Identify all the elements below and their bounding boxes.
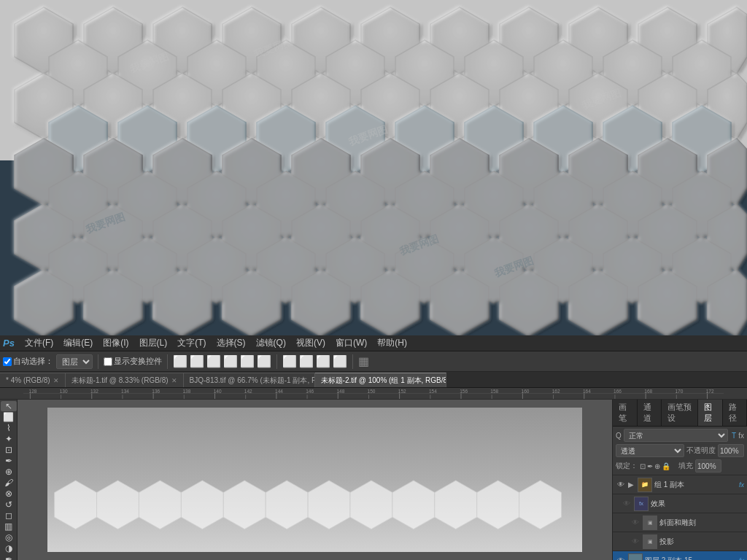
svg-marker-162 [476, 481, 519, 529]
canvas-background [47, 408, 583, 552]
svg-text:168: 168 [644, 389, 652, 394]
tool-pen[interactable]: ✒ [1, 554, 17, 560]
layer-eye-bevel[interactable]: 👁 [630, 518, 640, 528]
panel-tab-paths[interactable]: 路径 [723, 400, 748, 426]
svg-marker-161 [435, 481, 477, 529]
svg-text:144: 144 [275, 389, 283, 394]
fill-input[interactable] [695, 459, 721, 472]
svg-text:148: 148 [336, 389, 344, 394]
lock-paint-icon[interactable]: ✒ [647, 462, 653, 470]
lock-transparent-icon[interactable]: ⊡ [640, 462, 646, 470]
svg-marker-158 [308, 481, 350, 529]
tool-blur[interactable]: ◎ [1, 532, 17, 542]
panel-tab-layers[interactable]: 图层 [698, 400, 723, 426]
tool-brush[interactable]: 🖌 [1, 478, 17, 488]
tool-eyedropper[interactable]: ✒ [1, 456, 17, 466]
menu-bar: Ps 文件(F) 编辑(E) 图像(I) 图层(L) 文字(T) 选择(S) 滤… [0, 335, 747, 351]
menu-type[interactable]: 文字(T) [173, 335, 210, 351]
svg-text:172: 172 [706, 389, 714, 394]
fx-icon: fx [738, 432, 744, 440]
menu-image[interactable]: 图像(I) [98, 335, 133, 351]
layer-thumb-shadow: ▣ [643, 534, 657, 549]
svg-text:132: 132 [90, 389, 98, 394]
arrange-icon[interactable]: ▦ [358, 354, 369, 368]
panel-tab-brush[interactable]: 画笔 [613, 400, 638, 426]
menu-help[interactable]: 帮助(H) [373, 335, 411, 351]
tool-history[interactable]: ↺ [1, 499, 17, 510]
menu-window[interactable]: 窗口(W) [331, 335, 371, 351]
tool-select-rect[interactable]: ⬜ [1, 412, 17, 422]
svg-text:128: 128 [29, 389, 37, 394]
layer-item-group1[interactable]: 👁 ▶ 📁 组 1 副本 fx [613, 475, 747, 494]
canvas-area[interactable] [18, 400, 612, 560]
hex-pattern-svg: // We'll use JS to draw hexagons after S… [0, 0, 747, 335]
panel-tab-brushpresets[interactable]: 画笔预设 [662, 400, 698, 426]
tool-eraser[interactable]: ◻ [1, 510, 17, 521]
show-transform-label: 显示变换控件 [114, 356, 162, 367]
tab-0[interactable]: * 4% (RGB/8) ✕ [0, 373, 66, 387]
lock-position-icon[interactable]: ⊕ [654, 462, 660, 470]
svg-text:160: 160 [522, 389, 530, 394]
blend-mode-label: Q [616, 432, 622, 440]
svg-text:146: 146 [306, 389, 314, 394]
toolbar-row: 自动选择： 图层 显示变换控件 ⬜ ⬜ ⬜ ⬜ ⬜ ⬜ ⬜ ⬜ ⬜ ⬜ ▦ [0, 351, 747, 372]
tool-magic-wand[interactable]: ✦ [1, 434, 17, 444]
tool-dodge[interactable]: ◑ [1, 543, 17, 553]
layer-item-bevel[interactable]: 👁 ▣ 斜面和雕刻 [613, 513, 747, 532]
tab-1[interactable]: 未标题-1.tif @ 8.33% (RGB/8) ✕ [66, 373, 184, 387]
svg-text:136: 136 [152, 389, 160, 394]
blend-mode-select[interactable]: 正常 [624, 429, 728, 442]
panel-tabs: 画笔 通道 画笔预设 图层 路径 [613, 400, 747, 427]
menu-view[interactable]: 视图(V) [292, 335, 330, 351]
menu-file[interactable]: 文件(F) [20, 335, 58, 351]
auto-select-label: 自动选择： [13, 356, 53, 367]
layer-controls: Q 正常 T fx 透透 不透明度 锁定： [613, 427, 747, 475]
workspace: ↖ ⬜ ⌇ ✦ ⊡ ✒ ⊕ 🖌 ⊗ ↺ ◻ ▥ ◎ ◑ ✒ [0, 400, 747, 560]
opacity-input[interactable] [718, 444, 744, 457]
tool-crop[interactable]: ⊡ [1, 445, 17, 455]
layer-eye-group1[interactable]: 👁 [616, 480, 626, 490]
svg-text:134: 134 [121, 389, 129, 394]
fill-label: 填充 [678, 461, 693, 471]
svg-text:152: 152 [398, 389, 406, 394]
layer-eye-shadow[interactable]: 👁 [630, 537, 640, 547]
lock-all-icon[interactable]: 🔒 [662, 462, 670, 470]
svg-marker-155 [181, 481, 223, 529]
opacity-label: 不透明度 [686, 446, 716, 456]
transparency-select[interactable]: 透透 [616, 444, 684, 457]
svg-text:158: 158 [490, 389, 498, 394]
tab-3[interactable]: 未标题-2.tif @ 100% (组 1 副本, RGB/8) ✕ [315, 373, 446, 387]
panel-tab-channels[interactable]: 通道 [638, 400, 662, 426]
svg-text:162: 162 [552, 389, 560, 394]
layer-eye-layer2copy15[interactable]: 👁 [616, 556, 626, 561]
tab-close-0[interactable]: ✕ [53, 377, 59, 384]
auto-select-check[interactable]: 自动选择： [3, 356, 53, 367]
menu-filter[interactable]: 滤镜(Q) [252, 335, 290, 351]
tool-gradient[interactable]: ▥ [1, 521, 17, 532]
toolbox: ↖ ⬜ ⌇ ✦ ⊡ ✒ ⊕ 🖌 ⊗ ↺ ◻ ▥ ◎ ◑ ✒ [0, 400, 18, 560]
tool-move[interactable]: ↖ [1, 401, 17, 411]
tab-2[interactable]: BJQ-813.tif @ 66.7% (未标题-1 副本, RGB/8) ✕ [184, 373, 315, 387]
svg-text:140: 140 [214, 389, 222, 394]
layer-thumb-bevel: ▣ [643, 516, 657, 530]
layer-item-effect1[interactable]: 👁 fx 效果 [613, 494, 747, 513]
menu-select[interactable]: 选择(S) [212, 335, 250, 351]
svg-marker-157 [266, 481, 308, 529]
menu-layer[interactable]: 图层(L) [135, 335, 172, 351]
layer-thumb-layer2copy15 [628, 553, 643, 561]
tool-heal[interactable]: ⊕ [1, 467, 17, 477]
layer-name-layer2copy15: 图层 2 副本 15 [645, 556, 737, 561]
svg-marker-152 [54, 481, 96, 529]
auto-select-dropdown[interactable]: 图层 [56, 354, 93, 369]
show-transform-check[interactable]: 显示变换控件 [104, 356, 162, 367]
layer-item-layer2copy15[interactable]: 👁 图层 2 副本 15 fx [613, 551, 747, 560]
tool-lasso[interactable]: ⌇ [1, 423, 17, 433]
svg-text:170: 170 [675, 389, 683, 394]
layer-eye-effect1[interactable]: 👁 [622, 499, 632, 509]
tab-close-1[interactable]: ✕ [171, 377, 177, 384]
tool-clone[interactable]: ⊗ [1, 489, 17, 499]
svg-text:164: 164 [583, 389, 591, 394]
svg-text:142: 142 [244, 389, 252, 394]
layer-item-shadow[interactable]: 👁 ▣ 投影 [613, 532, 747, 551]
menu-edit[interactable]: 编辑(E) [59, 335, 97, 351]
